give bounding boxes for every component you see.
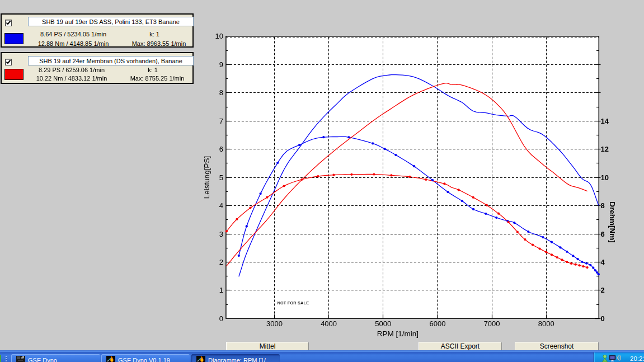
svg-text:3000: 3000	[266, 319, 283, 328]
svg-text:Leistung[PS]: Leistung[PS]	[203, 156, 211, 199]
svg-text:1: 1	[219, 286, 223, 294]
svg-text:4: 4	[601, 258, 605, 266]
svg-text:10: 10	[215, 32, 223, 40]
svg-text:5000: 5000	[375, 319, 391, 328]
svg-text:RPM [1/min]: RPM [1/min]	[377, 330, 419, 338]
svg-text:7: 7	[219, 117, 223, 125]
svg-text:Drehm[Nm]: Drehm[Nm]	[608, 201, 617, 243]
svg-text:14: 14	[601, 117, 609, 125]
svg-text:2: 2	[601, 286, 605, 294]
svg-text:10: 10	[601, 173, 609, 182]
svg-text:8000: 8000	[538, 319, 554, 328]
svg-text:8: 8	[219, 88, 223, 97]
svg-text:5: 5	[219, 173, 223, 182]
svg-text:3: 3	[219, 230, 223, 238]
svg-text:NOT FOR SALE: NOT FOR SALE	[278, 300, 309, 305]
svg-text:9: 9	[219, 60, 223, 69]
svg-text:7000: 7000	[484, 319, 500, 328]
svg-text:6: 6	[219, 145, 223, 153]
svg-text:0: 0	[219, 314, 223, 323]
svg-text:2: 2	[219, 258, 223, 266]
svg-text:12: 12	[601, 145, 609, 153]
svg-text:4: 4	[219, 201, 223, 210]
svg-text:6000: 6000	[429, 319, 445, 328]
svg-text:6: 6	[601, 230, 605, 238]
svg-text:0: 0	[601, 314, 605, 323]
svg-text:8: 8	[601, 201, 605, 210]
svg-text:4000: 4000	[321, 319, 337, 328]
